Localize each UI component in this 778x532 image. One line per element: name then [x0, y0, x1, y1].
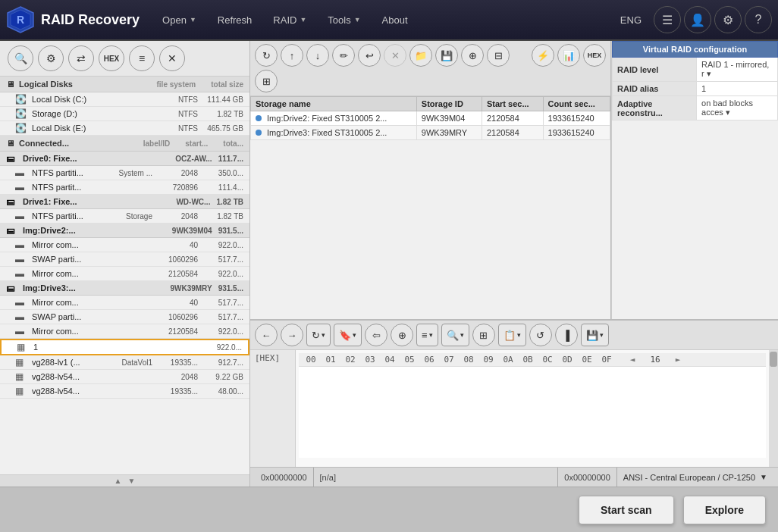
hex-refresh-btn[interactable]: ↺: [529, 324, 552, 346]
hex-clipboard-btn[interactable]: 📋▾: [498, 324, 526, 346]
remove-layer-btn[interactable]: ⊟: [487, 44, 510, 67]
hex-col-08: 08: [460, 355, 478, 365]
drive0-part1[interactable]: ▬ NTFS partiti... System ... 2048 350.0.…: [0, 166, 249, 180]
menu-refresh-label: Refresh: [218, 14, 253, 26]
left-panel: 🔍 ⚙ ⇄ HEX ≡ ✕ 🖥 Logical Disks file syste…: [0, 41, 250, 487]
hex-main[interactable]: 00 01 02 03 04 05 06 07 08 09 0A 0B 0C 0…: [296, 350, 769, 467]
convert-button[interactable]: ⇄: [68, 45, 94, 71]
hex-col-0e: 0E: [578, 355, 596, 365]
messages-icon-btn[interactable]: ☰: [654, 6, 681, 33]
vraid-value-1[interactable]: RAID 1 - mirrored, r ▾: [697, 58, 778, 82]
hex-col-header: 00 01 02 03 04 05 06 07 08 09 0A 0B 0C 0…: [299, 353, 766, 367]
hex-bracket-label: [HEX]: [255, 353, 280, 363]
search-button[interactable]: 🔍: [8, 45, 33, 71]
hex-save-btn[interactable]: 💾▾: [581, 324, 609, 346]
vraid-label-3: Adaptive reconstru...: [613, 96, 697, 120]
status-encoding[interactable]: ANSI - Central European / CP-1250 ▼: [617, 468, 773, 487]
hex-page-arrow-right[interactable]: ►: [669, 355, 687, 365]
hex-left-double-btn[interactable]: ⇦: [365, 324, 387, 346]
drive3-header[interactable]: 🖴 Img:Drive3:... 9WK39MRY 931.5...: [0, 281, 249, 296]
vraid-value-2[interactable]: 1: [697, 82, 778, 96]
rotate-btn[interactable]: ↻: [255, 44, 278, 67]
hex-col-07: 07: [440, 355, 458, 365]
close-button[interactable]: ✕: [159, 45, 185, 71]
menu-tools[interactable]: Tools ▼: [317, 10, 371, 30]
list-item-local-e[interactable]: 💽 Local Disk (E:) NTFS 465.75 GB: [0, 121, 249, 136]
delete-btn[interactable]: ✕: [384, 44, 406, 67]
hex-col-0f: 0F: [598, 355, 616, 365]
hex-grid-btn[interactable]: ⊞: [472, 324, 495, 346]
hex-panel-btn[interactable]: ▐: [555, 324, 578, 346]
up-btn[interactable]: ↑: [281, 44, 303, 67]
drive2-part2[interactable]: ▬ SWAP parti... 1060296 517.7...: [0, 252, 249, 267]
drive3-part2[interactable]: ▬ SWAP parti... 1060296 517.7...: [0, 310, 249, 324]
save-btn[interactable]: 💾: [435, 44, 458, 67]
encoding-dropdown[interactable]: ANSI - Central European / CP-1250 ▼: [623, 473, 767, 482]
chart-btn[interactable]: 📊: [557, 44, 580, 67]
down-btn[interactable]: ↓: [306, 44, 329, 67]
hex-add-btn[interactable]: ⊕: [391, 324, 413, 346]
hex-page-arrow-left[interactable]: ◄: [623, 355, 642, 365]
vraid-value-3[interactable]: on bad blocks acces ▾: [697, 96, 778, 120]
hex-search-btn[interactable]: 🔍▾: [441, 324, 469, 346]
hex-list-btn[interactable]: ≡▾: [416, 324, 438, 346]
lightning-btn[interactable]: ⚡: [532, 44, 554, 67]
vg-item-2[interactable]: ▦ vg288-lv54... 2048 9.22 GB: [0, 370, 249, 384]
menu-raid[interactable]: RAID ▼: [262, 10, 317, 30]
scroll-down-arrow[interactable]: ▼: [128, 477, 136, 485]
right-top: ↻ ↑ ↓ ✏ ↩ ✕ 📁 💾 ⊕ ⊟ ⚡ 📊 HEX ⊞: [250, 41, 778, 320]
grid-btn[interactable]: ⊞: [255, 70, 278, 92]
settings-icon-btn[interactable]: ⚙: [714, 6, 742, 33]
hex-toolbar: ← → ↻▾ 🔖▾ ⇦ ⊕ ≡▾ 🔍▾ ⊞ 📋▾ ↺ ▐ 💾▾: [250, 321, 778, 350]
scroll-up-arrow[interactable]: ▲: [115, 477, 122, 485]
part-label: Storage: [107, 212, 152, 221]
vg-item-3[interactable]: ▦ vg288-lv54... 19335... 48.00...: [0, 384, 249, 399]
drive0-part2[interactable]: ▬ NTFS partit... 720896 111.4...: [0, 180, 249, 195]
drive3-part3[interactable]: ▬ Mirror com... 2120584 922.0...: [0, 324, 249, 339]
part-size: 517.7...: [198, 255, 243, 264]
hex-scrollbar[interactable]: [769, 350, 778, 467]
drive2-header[interactable]: 🖴 Img:Drive2:... 9WK39M04 931.5...: [0, 224, 249, 238]
list-item-storage-d[interactable]: 💽 Storage (D:) NTFS 1.82 TB: [0, 107, 249, 121]
hex-back-btn[interactable]: ←: [255, 324, 278, 346]
list-button[interactable]: ≡: [129, 45, 155, 71]
explore-button[interactable]: Explore: [683, 496, 766, 524]
hex-bookmark-btn[interactable]: 🔖▾: [334, 324, 362, 346]
drive1-part1[interactable]: ▬ NTFS partiti... Storage 2048 1.82 TB: [0, 209, 249, 224]
menu-about[interactable]: About: [372, 10, 419, 30]
table-row[interactable]: Img:Drive3: Fixed ST310005 2... 9WK39MRY…: [251, 126, 610, 140]
drive2-part3[interactable]: ▬ Mirror com... 2120584 922.0...: [0, 267, 249, 281]
drive2-part1[interactable]: ▬ Mirror com... 40 922.0...: [0, 238, 249, 252]
left-list[interactable]: 🖥 Logical Disks file system total size 💽…: [0, 77, 249, 474]
part-icon: ▬: [15, 268, 29, 279]
connected-icon: 🖥: [6, 139, 14, 148]
edit-btn[interactable]: ✏: [332, 44, 355, 67]
part-name: NTFS partit...: [32, 183, 152, 192]
logo-area: R RAID Recovery: [6, 5, 140, 34]
undo-btn[interactable]: ↩: [358, 44, 381, 67]
start-scan-button[interactable]: Start scan: [579, 496, 674, 524]
menu-open-label: Open: [162, 14, 187, 26]
help-icon-btn[interactable]: ?: [745, 6, 772, 33]
hex-scroll-thumb[interactable]: [770, 352, 777, 367]
folder-btn[interactable]: 📁: [409, 44, 432, 67]
vg-start-2: 2048: [152, 373, 198, 381]
encoding-dropdown-arrow[interactable]: ▼: [760, 473, 767, 481]
logical-col1: file system: [157, 80, 196, 89]
vg-item-1[interactable]: ▦ vg288-lv1 (... DataVol1 19335... 912.7…: [0, 355, 249, 370]
hex-button[interactable]: HEX: [99, 45, 124, 71]
user-icon-btn[interactable]: 👤: [684, 6, 711, 33]
menu-open[interactable]: Open ▼: [152, 10, 207, 30]
hex-right-btn[interactable]: HEX: [583, 44, 606, 67]
menu-refresh[interactable]: Refresh: [207, 10, 263, 30]
list-item-local-c[interactable]: 💽 Local Disk (C:) NTFS 111.44 GB: [0, 92, 249, 107]
drive1-header[interactable]: 🖴 Drive1: Fixe... WD-WC... 1.82 TB: [0, 195, 249, 209]
drive0-header[interactable]: 🖴 Drive0: Fixe... OCZ-AW... 111.7...: [0, 152, 249, 166]
hex-forward-btn[interactable]: →: [281, 324, 303, 346]
selected-volume-item[interactable]: ▦ 1 922.0...: [0, 339, 249, 355]
add-layer-btn[interactable]: ⊕: [461, 44, 484, 67]
hex-rotate-btn[interactable]: ↻▾: [306, 324, 331, 346]
settings-circle-button[interactable]: ⚙: [38, 45, 64, 71]
table-row[interactable]: Img:Drive2: Fixed ST310005 2... 9WK39M04…: [251, 111, 610, 126]
drive3-part1[interactable]: ▬ Mirror com... 40 517.7...: [0, 296, 249, 310]
